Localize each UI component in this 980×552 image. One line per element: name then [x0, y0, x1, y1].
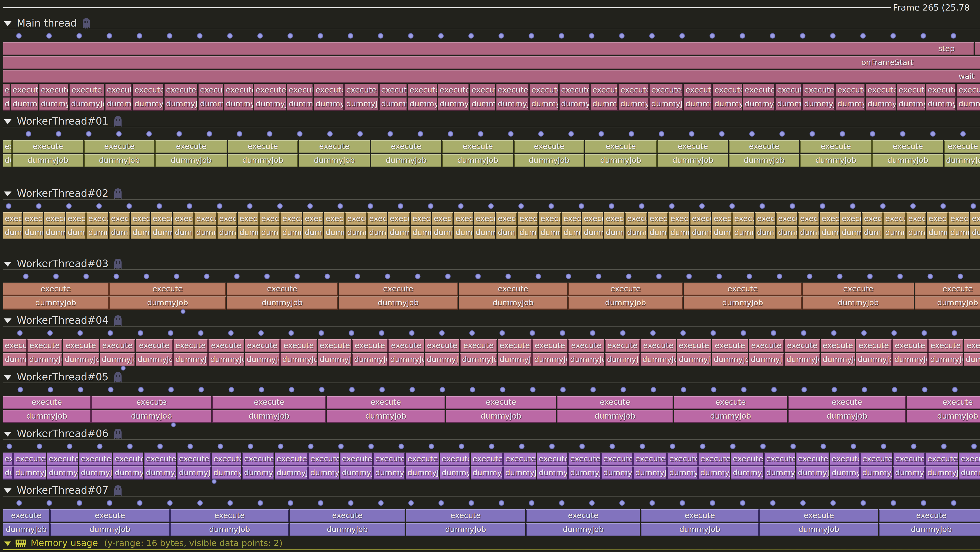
thread-header[interactable]: WorkerThread#03 [4, 257, 122, 270]
zone-segment[interactable]: execute [228, 140, 298, 153]
zone-segment[interactable]: dummyJob [712, 353, 748, 366]
zone-segment[interactable]: dummyJob [798, 226, 819, 239]
zone-segment[interactable]: dummyJob [537, 466, 568, 479]
zone-segment[interactable]: execute [345, 212, 366, 225]
zone-segment[interactable]: dummyJob [684, 297, 802, 309]
zone-segment[interactable]: dummyJob [633, 466, 667, 479]
zone-segment[interactable]: execute [44, 212, 65, 225]
zone-segment[interactable]: dummyJob [674, 410, 788, 423]
zone-segment[interactable]: execute [86, 212, 108, 225]
zone-segment[interactable]: execute [927, 212, 948, 225]
zone-segment[interactable]: dummyJob [280, 353, 317, 366]
zone-segment[interactable]: execute [259, 212, 280, 225]
zone-segment[interactable]: dummyJob [649, 98, 683, 111]
zone-segment[interactable]: dummyJob [893, 466, 925, 479]
zone-segment[interactable]: dummyJob [582, 226, 603, 239]
zone-segment[interactable]: dummyJob [568, 466, 601, 479]
zone-segment[interactable]: dummyJob [13, 154, 83, 167]
zone-segment[interactable]: dummyJob [776, 226, 797, 239]
zone-segment[interactable]: execute [944, 140, 980, 153]
zone-segment[interactable]: execute [164, 84, 197, 97]
zone-segment[interactable]: execute [47, 452, 78, 466]
zone-segment[interactable]: dummyJob [892, 353, 928, 366]
zone-segment[interactable]: dummyJob [130, 226, 150, 239]
zone-segment[interactable]: execute [324, 212, 345, 225]
zone-segment[interactable]: dummyJob [86, 226, 108, 239]
zone-segment[interactable]: execute [690, 212, 711, 225]
zone-segment[interactable]: dummyJob [3, 410, 91, 423]
zone-segment[interactable]: execute [408, 84, 437, 97]
zone-segment[interactable]: dummyJob [559, 98, 590, 111]
zone-segment[interactable]: dummyJob [425, 353, 460, 366]
zone-segment[interactable]: dummyJob [287, 98, 313, 111]
zone-segment[interactable]: execute [759, 509, 878, 522]
zone-segment[interactable]: execute [788, 396, 906, 409]
zone-segment[interactable]: dummyJob [956, 98, 980, 111]
zone-segment[interactable]: dummyJob [340, 466, 372, 479]
zone-segment[interactable]: dummyJob [79, 466, 112, 479]
zone-segment[interactable]: execute [667, 452, 698, 466]
zone-segment[interactable]: execute [619, 84, 649, 97]
zone-segment[interactable]: execute [562, 212, 581, 225]
zone-segment[interactable]: dummyJob [802, 98, 835, 111]
zone-segment[interactable]: dummyJob [173, 353, 208, 366]
zone-segment[interactable]: execute [39, 84, 68, 97]
zone-segment[interactable]: dummyJob [568, 297, 683, 309]
zone-segment[interactable]: dummyJob [155, 154, 227, 167]
zone-segment[interactable]: execute [559, 84, 590, 97]
collapse-arrow-icon[interactable] [4, 119, 11, 124]
zone-segment[interactable]: execute [3, 140, 12, 153]
zone-segment[interactable]: dummyJob [84, 154, 154, 167]
zone-segment[interactable]: execute [684, 282, 802, 296]
zone-segment[interactable]: dummyJob [352, 353, 388, 366]
zone-segment[interactable]: execute [109, 212, 130, 225]
collapse-arrow-icon[interactable] [4, 262, 11, 266]
zone-segment[interactable]: execute [105, 84, 132, 97]
zone-segment[interactable]: execute [177, 452, 211, 466]
zone-segment[interactable]: execute [674, 396, 788, 409]
zone-segment[interactable]: dummyJob [835, 98, 865, 111]
zone-segment[interactable]: execute [130, 212, 150, 225]
zone-segment[interactable]: dummyJob [856, 353, 892, 366]
zone-segment[interactable]: execute [503, 452, 536, 466]
zone-segment[interactable]: dummyJob [800, 154, 872, 167]
zone-segment[interactable]: dummyJob [944, 154, 980, 167]
zone-segment[interactable]: execute [496, 212, 517, 225]
zone-segment[interactable]: dummyJob [970, 226, 980, 239]
zone-segment[interactable]: execute [796, 452, 829, 466]
zone-segment[interactable]: dummyJob [136, 353, 173, 366]
zone-segment[interactable]: dummyJob [440, 466, 470, 479]
sample-dots-row[interactable] [3, 30, 980, 42]
zone-segment[interactable]: dummyJob [228, 154, 298, 167]
collapse-arrow-icon[interactable] [4, 21, 11, 26]
zone-segment[interactable]: dummyJob [91, 410, 212, 423]
zone-segment[interactable]: execute [287, 84, 313, 97]
zone-segment[interactable]: dummyJob [245, 353, 280, 366]
zone-segment[interactable]: dummyJob [470, 98, 495, 111]
zone-segment[interactable]: dummyJob [861, 466, 892, 479]
zone-segment[interactable]: execute [633, 452, 667, 466]
ghost-icon[interactable] [82, 17, 91, 29]
zone-segment[interactable]: execute [242, 452, 274, 466]
zone-segment[interactable]: dummyJob [883, 226, 905, 239]
zone-segment[interactable]: execute [438, 84, 469, 97]
zone-segment[interactable]: dummyJob [410, 226, 431, 239]
zone-segment[interactable]: execute [582, 212, 603, 225]
zone-segment[interactable]: dummyJob [442, 154, 514, 167]
zone-segment[interactable]: execute [198, 84, 223, 97]
zone-segment[interactable]: execute [155, 140, 227, 153]
zone-segment[interactable]: dummyJob [872, 154, 943, 167]
zone-segment[interactable]: execute [862, 212, 883, 225]
zone-segment[interactable]: execute [764, 452, 795, 466]
zone-segment[interactable]: dummyJob [668, 226, 689, 239]
zone-segment[interactable]: execute [897, 84, 925, 97]
collapse-arrow-icon[interactable] [4, 375, 11, 380]
zone-segment[interactable]: execute [406, 509, 525, 522]
zone-segment[interactable]: dummyJob [667, 466, 698, 479]
zone-segment[interactable]: execute [641, 339, 676, 352]
zone-segment[interactable] [975, 42, 980, 55]
zone-segment[interactable]: dummyJob [915, 297, 980, 309]
zone-segment[interactable]: execute [657, 140, 728, 153]
zone-segment[interactable]: execute [856, 339, 892, 352]
zone-segment[interactable]: dummyJob [690, 226, 711, 239]
